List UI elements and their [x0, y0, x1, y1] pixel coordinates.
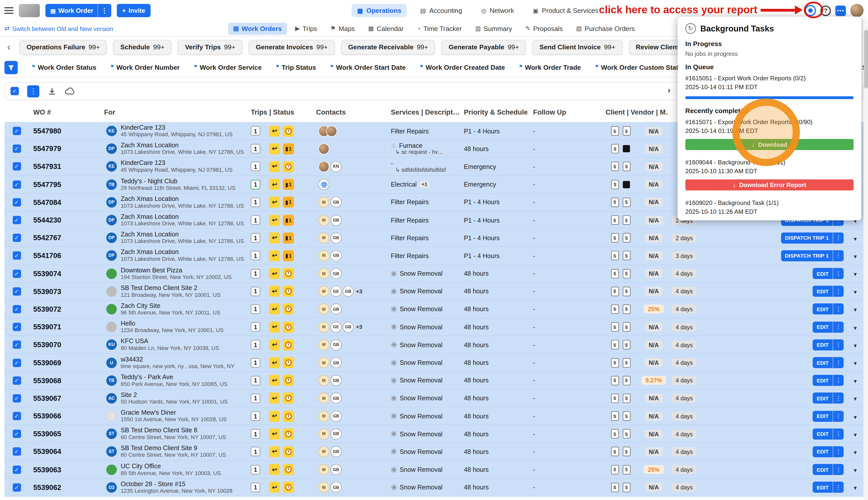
- status-reassign-icon[interactable]: ↩: [269, 339, 280, 351]
- trips-count-badge[interactable]: 1: [251, 144, 260, 153]
- filter-work-order-created-date[interactable]: ⚑Work Order Created Date: [419, 64, 505, 71]
- switch-version-link[interactable]: ⇄ Switch between Old and New version: [4, 25, 113, 32]
- trips-count-badge[interactable]: 1: [251, 180, 260, 189]
- status-clock-icon[interactable]: [283, 321, 294, 332]
- action-menu-icon[interactable]: ⋮: [833, 341, 844, 349]
- row-checkbox[interactable]: ✓: [12, 162, 21, 171]
- filter-work-order-trade[interactable]: ⚑Work Order Trade: [519, 64, 581, 71]
- status-reassign-icon[interactable]: ↩: [269, 482, 280, 493]
- status-clock-icon[interactable]: [283, 286, 294, 297]
- nav-item-operations[interactable]: ▦Operations: [352, 4, 407, 17]
- status-device-icon[interactable]: ▮1: [283, 215, 294, 226]
- row-checkbox[interactable]: ✓: [12, 483, 21, 491]
- invoice-doc-icon[interactable]: $: [623, 358, 630, 367]
- trips-count-badge[interactable]: 1: [251, 376, 260, 385]
- action-menu-icon[interactable]: ⋮: [833, 484, 844, 491]
- row-expand-icon[interactable]: ▾: [854, 342, 857, 349]
- contact-avatar[interactable]: GB: [331, 197, 342, 208]
- invoice-doc-icon[interactable]: $: [611, 215, 619, 225]
- action-button-edit[interactable]: EDIT⋮: [813, 357, 844, 368]
- invoice-doc-icon[interactable]: $: [611, 269, 619, 278]
- contact-avatar[interactable]: M: [318, 232, 329, 243]
- action-menu-icon[interactable]: ⋮: [833, 377, 844, 384]
- contact-avatar[interactable]: M: [318, 411, 329, 422]
- chip-generate-receivable[interactable]: Generate Receivable99+: [341, 39, 435, 54]
- trips-count-badge[interactable]: 1: [251, 126, 260, 136]
- row-checkbox[interactable]: ✓: [12, 430, 21, 438]
- action-menu-icon[interactable]: ⋮: [833, 288, 844, 295]
- row-checkbox[interactable]: ✓: [12, 269, 21, 278]
- action-menu-icon[interactable]: ⋮: [833, 359, 844, 366]
- invoice-doc-icon[interactable]: $: [611, 304, 619, 314]
- invoice-doc-icon[interactable]: $: [611, 233, 619, 242]
- status-reassign-icon[interactable]: ↩: [269, 464, 280, 475]
- table-row[interactable]: ✓5539070KUKFC USA90 Maiden Ln, New York,…: [4, 336, 864, 354]
- action-button-edit[interactable]: EDIT⋮: [813, 411, 844, 422]
- row-checkbox[interactable]: ✓: [12, 234, 21, 242]
- tab-trips[interactable]: ▶Trips: [290, 22, 322, 34]
- work-order-menu-icon[interactable]: ⋮: [98, 7, 111, 14]
- row-checkbox[interactable]: ✓: [12, 145, 21, 153]
- status-clock-icon[interactable]: [283, 304, 294, 315]
- row-checkbox[interactable]: ✓: [12, 359, 21, 367]
- table-row[interactable]: ✓5539062O2October 28 - Store #151235 Lex…: [4, 479, 864, 497]
- trips-count-badge[interactable]: 1: [251, 358, 260, 367]
- row-checkbox[interactable]: ✓: [12, 376, 21, 385]
- contact-avatar[interactable]: GB: [331, 411, 342, 422]
- status-clock-icon[interactable]: [283, 429, 294, 440]
- action-menu-icon[interactable]: ⋮: [833, 306, 844, 313]
- nav-item-product-services[interactable]: ▣Product & Services: [527, 4, 604, 17]
- invoice-doc-icon[interactable]: $: [623, 269, 630, 278]
- trips-count-badge[interactable]: 1: [251, 322, 260, 332]
- nav-item-accounting[interactable]: ▤Accounting: [415, 4, 468, 17]
- status-device-icon[interactable]: ▮1: [283, 250, 294, 261]
- invoice-doc-icon[interactable]: $: [623, 287, 630, 296]
- action-button-edit[interactable]: EDIT⋮: [813, 464, 844, 475]
- invoice-doc-icon[interactable]: $: [623, 429, 630, 439]
- status-clock-icon[interactable]: [283, 464, 294, 475]
- contact-avatar[interactable]: GE: [331, 321, 342, 332]
- status-reassign-icon[interactable]: ↩: [269, 268, 280, 279]
- contact-avatar[interactable]: GB: [331, 375, 342, 386]
- invoice-doc-icon[interactable]: $: [611, 411, 619, 421]
- row-checkbox[interactable]: ✓: [12, 394, 21, 402]
- status-reassign-icon[interactable]: ↩: [269, 411, 280, 422]
- contact-avatar[interactable]: GB: [331, 429, 342, 440]
- download-button[interactable]: ↓Download: [685, 139, 853, 150]
- row-checkbox[interactable]: ✓: [12, 412, 21, 420]
- tab-time-tracker[interactable]: ◔Time Tracker: [412, 22, 467, 34]
- tab-purchase-orders[interactable]: ▧Purchase Orders: [571, 22, 640, 34]
- tab-maps[interactable]: ⚑Maps: [326, 22, 360, 34]
- status-reassign-icon[interactable]: ↩: [269, 125, 280, 136]
- row-checkbox[interactable]: ✓: [12, 448, 21, 456]
- select-all-checkbox[interactable]: ✓: [11, 87, 19, 95]
- contact-avatar[interactable]: GB: [331, 464, 342, 475]
- table-row[interactable]: ✓5539073SB Test Demo Client Site 2121 Br…: [4, 283, 864, 300]
- chat-icon[interactable]: ●●●: [835, 5, 846, 16]
- contact-avatar[interactable]: KN: [331, 161, 342, 172]
- contact-avatar[interactable]: M: [318, 250, 329, 261]
- status-device-icon[interactable]: ▮1: [283, 143, 294, 154]
- row-checkbox[interactable]: ✓: [12, 251, 21, 260]
- table-row[interactable]: ✓5539065STSB Test Demo Client Site 860 C…: [4, 425, 864, 443]
- trips-count-badge[interactable]: 1: [251, 162, 260, 171]
- row-checkbox[interactable]: ✓: [12, 466, 21, 474]
- status-reassign-icon[interactable]: ↩: [269, 197, 280, 208]
- status-device-icon[interactable]: ▮1: [283, 197, 294, 208]
- help-icon[interactable]: ?: [820, 5, 831, 16]
- filter-work-order-service[interactable]: ⚑Work Order Service: [194, 64, 262, 71]
- status-reassign-icon[interactable]: ↩: [269, 429, 280, 440]
- row-expand-icon[interactable]: ▾: [854, 396, 857, 402]
- invoice-doc-icon[interactable]: $: [611, 376, 619, 385]
- filter-work-order-start-date[interactable]: ⚑Work Order Start Date: [330, 64, 406, 71]
- action-menu-icon[interactable]: ⋮: [833, 395, 844, 402]
- chip-operations-failure[interactable]: Operations Failure99+: [19, 39, 107, 54]
- status-reassign-icon[interactable]: ↩: [269, 161, 280, 172]
- invoice-doc-icon[interactable]: $: [611, 180, 619, 189]
- action-menu-icon[interactable]: ⋮: [833, 430, 844, 438]
- contact-avatar[interactable]: GB: [343, 321, 354, 332]
- status-reassign-icon[interactable]: ↩: [269, 321, 280, 332]
- contact-avatar[interactable]: M: [318, 429, 329, 440]
- invoice-doc-icon[interactable]: $: [623, 465, 630, 474]
- table-row[interactable]: ✓5539069Uw34432time square, new york, ny…: [4, 354, 864, 372]
